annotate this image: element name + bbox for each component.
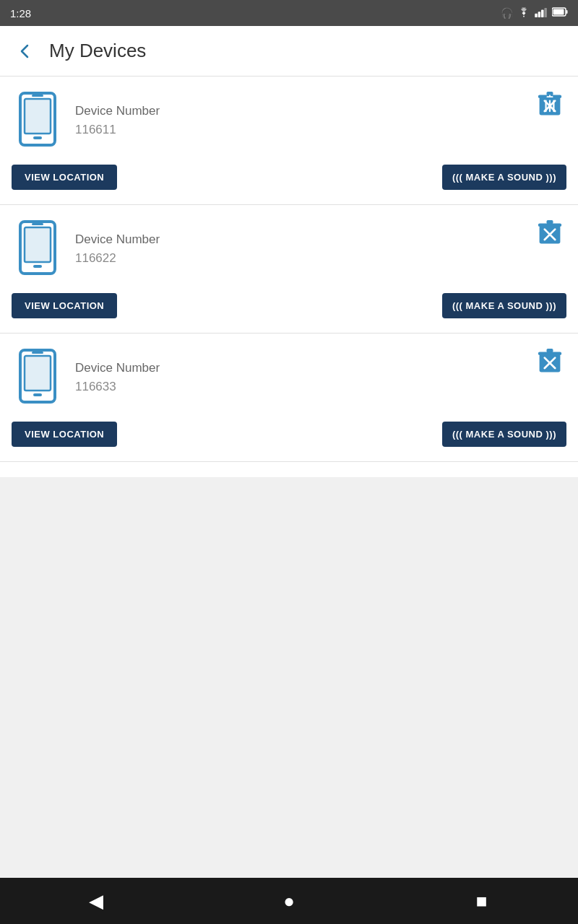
svg-rect-5	[553, 9, 564, 15]
device-actions-1: VIEW LOCATION ((( MAKE A SOUND )))	[12, 165, 566, 190]
device-info-1: Device Number 116611	[12, 88, 160, 153]
make-sound-button-3[interactable]: ((( MAKE A SOUND )))	[442, 422, 566, 447]
svg-rect-11	[32, 95, 43, 97]
nav-home-icon: ●	[283, 890, 295, 912]
view-location-button-3[interactable]: VIEW LOCATION	[12, 422, 117, 447]
status-icons: 🎧	[501, 7, 568, 19]
view-location-button-1[interactable]: VIEW LOCATION	[12, 165, 117, 190]
trash-icon-3	[537, 349, 563, 375]
device-info-3: Device Number 116633	[12, 345, 160, 410]
device-text-2: Device Number 116622	[75, 232, 160, 266]
smartphone-icon-3	[14, 349, 61, 406]
delete-button-1[interactable]	[533, 88, 566, 121]
nav-recent-button[interactable]: ■	[460, 886, 504, 915]
smartphone-icon-2	[14, 220, 61, 278]
headset-icon: 🎧	[501, 7, 513, 19]
device-icon-wrap-3	[12, 345, 64, 410]
svg-rect-6	[566, 10, 568, 14]
svg-rect-31	[33, 393, 42, 396]
make-sound-button-1[interactable]: ((( MAKE A SOUND )))	[442, 165, 566, 190]
device-text-3: Device Number 116633	[75, 361, 160, 394]
device-label-1: Device Number	[75, 104, 160, 118]
svg-rect-29	[25, 356, 51, 391]
back-button[interactable]	[12, 38, 38, 64]
nav-bar: ◀ ● ■	[0, 878, 578, 924]
device-card-2: Device Number 116622 VIEW LOCATION ((( M…	[0, 205, 578, 334]
status-bar: 1:28 🎧	[0, 0, 578, 26]
svg-rect-19	[25, 227, 51, 262]
device-text-1: Device Number 116611	[75, 104, 160, 137]
signal-icon	[535, 7, 548, 19]
svg-rect-35	[547, 349, 553, 352]
trash-icon-1	[537, 92, 563, 118]
device-number-2: 116622	[75, 251, 160, 266]
make-sound-button-2[interactable]: ((( MAKE A SOUND )))	[442, 293, 566, 318]
device-list: Device Number 116611 VIEW L	[0, 77, 578, 477]
svg-rect-25	[547, 220, 553, 224]
nav-back-button[interactable]: ◀	[74, 886, 118, 915]
device-label-2: Device Number	[75, 232, 160, 247]
nav-back-icon: ◀	[89, 890, 103, 912]
view-location-button-2[interactable]: VIEW LOCATION	[12, 293, 117, 318]
svg-rect-2	[541, 9, 544, 17]
svg-rect-10	[33, 136, 42, 139]
device-icon-wrap-2	[12, 217, 64, 282]
page-title: My Devices	[49, 40, 146, 62]
empty-area	[0, 477, 578, 878]
svg-rect-21	[33, 265, 42, 268]
battery-icon	[552, 7, 568, 19]
device-card-3: Device Number 116633 VIEW LOCATION ((( M…	[0, 334, 578, 462]
device-card-1: Device Number 116611 VIEW L	[0, 77, 578, 205]
svg-rect-32	[32, 352, 43, 354]
device-icon-wrap-1	[12, 88, 64, 153]
device-header-3: Device Number 116633	[12, 345, 566, 410]
delete-button-2[interactable]	[533, 217, 566, 250]
svg-rect-0	[535, 13, 538, 17]
nav-recent-icon: ■	[476, 890, 488, 912]
status-time: 1:28	[10, 7, 31, 19]
trash-icon-2	[537, 220, 563, 246]
svg-rect-8	[25, 99, 51, 134]
delete-button-3[interactable]	[533, 345, 566, 378]
device-actions-2: VIEW LOCATION ((( MAKE A SOUND )))	[12, 293, 566, 318]
device-actions-3: VIEW LOCATION ((( MAKE A SOUND )))	[12, 422, 566, 447]
smartphone-icon-1	[14, 92, 61, 149]
nav-home-button[interactable]: ●	[267, 886, 311, 915]
device-info-2: Device Number 116622	[12, 217, 160, 282]
device-number-3: 116633	[75, 380, 160, 394]
device-header-1: Device Number 116611	[12, 88, 566, 153]
app-bar: My Devices	[0, 26, 578, 77]
device-header-2: Device Number 116622	[12, 217, 566, 282]
svg-rect-22	[32, 223, 43, 225]
device-label-3: Device Number	[75, 361, 160, 375]
wifi-icon	[517, 7, 530, 19]
svg-rect-3	[544, 7, 547, 17]
device-number-1: 116611	[75, 123, 160, 137]
svg-rect-1	[538, 12, 541, 17]
